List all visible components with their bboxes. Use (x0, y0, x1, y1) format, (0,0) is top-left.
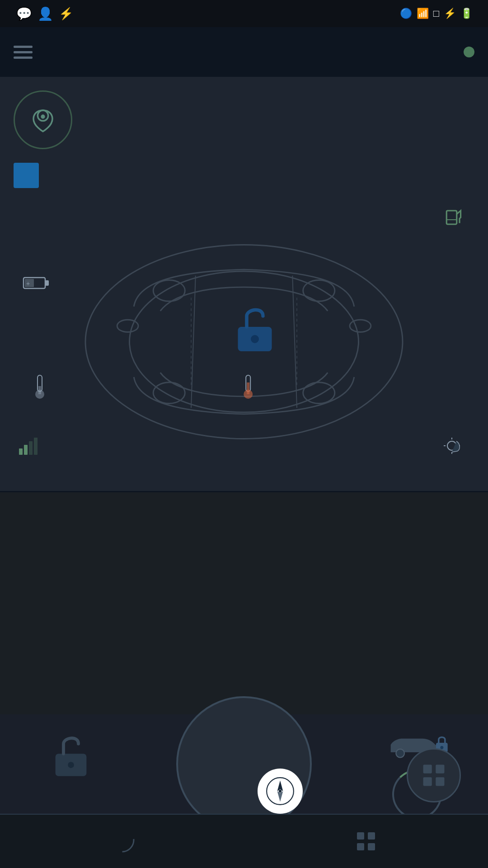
svg-rect-48 (357, 843, 364, 850)
fuel-icon (444, 206, 466, 229)
nav-home-icon (352, 828, 380, 855)
thermometer-outside-icon (32, 373, 48, 401)
svg-rect-46 (357, 832, 364, 840)
status-bar: 💬 👤 ⚡ 🔵 📶 □ ⚡ 🔋 (0, 0, 488, 27)
svg-point-45 (110, 828, 134, 852)
svg-rect-2 (446, 211, 457, 224)
svg-point-11 (350, 320, 371, 332)
person-icon: 👤 (38, 6, 53, 21)
start-engine-button[interactable] (176, 696, 312, 832)
bottom-navigation (0, 814, 488, 868)
wifi-icon: 📶 (417, 8, 429, 19)
svg-rect-41 (423, 765, 432, 774)
battery-voltage-indicator: + (23, 274, 53, 292)
nav-item-check[interactable] (108, 826, 136, 856)
thermometer-interior-icon (240, 373, 256, 401)
svg-rect-5 (45, 280, 49, 286)
interior-temp-indicator (240, 373, 260, 401)
svg-rect-42 (436, 765, 444, 774)
message-icon: 💬 (16, 6, 32, 21)
sim-icon (14, 163, 39, 188)
car-visualization: + (14, 202, 474, 491)
svg-rect-49 (368, 843, 375, 850)
outside-temp-indicator (32, 373, 52, 401)
gsm-indicator (14, 438, 38, 455)
svg-point-1 (41, 114, 45, 118)
battery-voltage-icon: + (23, 274, 50, 292)
svg-line-12 (191, 276, 196, 408)
connection-indicator (464, 47, 474, 57)
main-content: + (0, 77, 488, 491)
divider (0, 491, 488, 492)
svg-rect-44 (436, 777, 444, 786)
svg-point-34 (68, 762, 74, 768)
weather-icon (439, 437, 466, 455)
svg-point-16 (153, 382, 185, 404)
grid-icon (419, 761, 448, 790)
svg-point-17 (303, 382, 335, 404)
nav-item-home[interactable] (352, 828, 380, 855)
unlock-icon (46, 730, 96, 780)
svg-point-40 (279, 790, 282, 793)
signal-bars-icon (19, 438, 38, 455)
hamburger-menu[interactable] (14, 46, 33, 59)
grid-button-wrapper (407, 748, 461, 802)
svg-line-13 (292, 276, 297, 408)
usb-icon: ⚡ (59, 7, 73, 21)
sim-card-icon: □ (433, 8, 439, 19)
header (0, 27, 488, 77)
svg-point-15 (303, 280, 335, 302)
sim-balance-row (14, 163, 474, 188)
navigator-button[interactable] (258, 769, 303, 814)
lock-status-icon[interactable] (228, 301, 282, 367)
nav-check-icon (108, 826, 136, 854)
compass-icon (266, 777, 295, 806)
svg-point-10 (117, 320, 138, 332)
svg-rect-43 (423, 777, 432, 786)
location-icon-circle[interactable] (14, 90, 72, 149)
current-state-section (14, 90, 474, 149)
battery-icon: 🔋 (460, 8, 473, 19)
unlock-button-icon (44, 728, 98, 782)
fuel-indicator (444, 206, 470, 229)
svg-rect-24 (38, 386, 41, 394)
bluetooth-icon: 🔵 (400, 8, 412, 19)
flash-icon: ⚡ (444, 8, 456, 19)
unlocked-padlock-icon (228, 301, 282, 355)
location-pin-icon (27, 104, 59, 136)
weather-indicator (439, 437, 470, 455)
svg-text:+: + (26, 280, 30, 287)
svg-point-14 (153, 280, 185, 302)
svg-point-35 (396, 749, 405, 758)
unlock-button[interactable] (35, 723, 107, 787)
svg-point-21 (251, 335, 259, 343)
grid-apps-button[interactable] (407, 748, 461, 802)
svg-rect-27 (247, 382, 249, 394)
svg-rect-47 (368, 832, 375, 840)
